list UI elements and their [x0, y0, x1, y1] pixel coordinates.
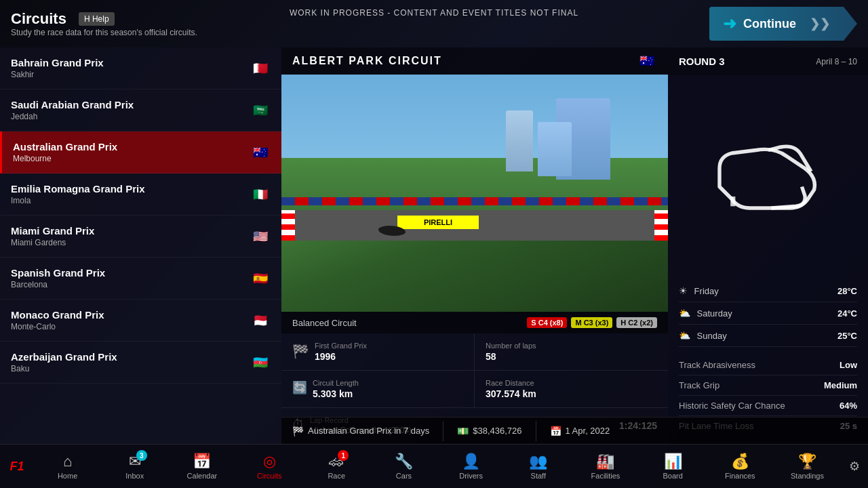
stat-race-distance: Race Distance 307.574 km: [475, 371, 668, 408]
race-name-azerbaijan: Azerbaijan Grand Prix: [11, 351, 117, 363]
race-item-monaco[interactable]: Monaco Grand Prix Monte-Carlo 🇲🇨: [0, 300, 281, 342]
saturday-temp: 24°C: [837, 308, 857, 319]
race-list-sidebar: Bahrain Grand Prix Sakhir 🇧🇭 Saudi Arabi…: [0, 47, 281, 444]
safety-car-label: Historic Safety Car Chance: [679, 401, 785, 411]
compound-medium: M C3 (x3): [571, 317, 612, 328]
nav-staff-label: Staff: [531, 472, 546, 480]
nav-finances-label: Finances: [725, 472, 755, 480]
race-name-bahrain: Bahrain Grand Prix: [11, 57, 104, 68]
status-event: 🏁 Australian Grand Prix in 7 days: [292, 426, 429, 436]
circuit-type: Balanced Circuit: [292, 318, 357, 328]
sunday-label: ⛅ Sunday: [679, 330, 727, 341]
race-item-emilia[interactable]: Emilia Romagna Grand Prix Imola 🇮🇹: [0, 174, 281, 216]
nav-board-label: Board: [663, 472, 682, 480]
pirelli-banner: PIRELLI: [397, 216, 479, 229]
nav-board[interactable]: 📊 Board: [639, 445, 707, 488]
continue-button[interactable]: ➜ Continue ❯❯: [709, 7, 857, 41]
nav-race[interactable]: 🏎 1 Race: [303, 445, 370, 488]
circuit-length-value: 5.303 km: [313, 388, 359, 399]
cars-icon: 🔧: [395, 453, 413, 470]
weather-list: ☀ Friday 28°C ⛅ Saturday 24°C ⛅ Sunday 2…: [668, 280, 868, 347]
track-map-container: [668, 75, 868, 280]
settings-button[interactable]: ⚙: [841, 459, 868, 474]
continue-label: Continue: [743, 17, 796, 31]
track-grip-value: Medium: [824, 380, 857, 390]
nav-standings[interactable]: 🏆 Standings: [774, 445, 841, 488]
circuits-icon: ◎: [263, 453, 276, 470]
status-date: 📅 1 Apr, 2022: [550, 426, 610, 436]
help-button[interactable]: H Help: [79, 12, 115, 26]
saturday-label: ⛅ Saturday: [679, 308, 732, 319]
nav-cars[interactable]: 🔧 Cars: [370, 445, 437, 488]
stat-first-gp: 🏁 First Grand Prix 1996: [281, 333, 475, 371]
race-name-spain: Spanish Grand Prix: [11, 267, 105, 279]
settings-gear-icon: ⚙: [849, 459, 860, 474]
race-badge: 1: [338, 450, 349, 461]
race-name-australia: Australian Grand Prix: [13, 141, 117, 152]
race-city-saudi: Jeddah: [11, 112, 134, 121]
building-2: [538, 122, 572, 176]
status-bar: 🏁 Australian Grand Prix in 7 days 💵 $38,…: [281, 417, 868, 444]
stat-circuit-length: 🔄 Circuit Length 5.303 km: [281, 371, 475, 408]
circuit-name: ALBERT PARK CIRCUIT: [292, 55, 442, 67]
f1-logo-text: F1: [9, 460, 24, 474]
weather-saturday: ⛅ Saturday 24°C: [679, 302, 857, 325]
race-city-miami: Miami Gardens: [11, 238, 94, 247]
round-info-panel: ROUND 3 April 8 – 10 ☀ Friday 28°C: [668, 47, 868, 444]
nav-drivers[interactable]: 👤 Drivers: [437, 445, 505, 488]
stat-num-laps: Number of laps 58: [475, 333, 668, 371]
sunday-weather-icon: ⛅: [679, 330, 690, 341]
first-gp-value: 1996: [315, 351, 367, 362]
race-item-text-azerbaijan: Azerbaijan Grand Prix Baku: [11, 351, 117, 373]
track-kerb-right: [654, 210, 668, 241]
home-icon: ⌂: [63, 453, 72, 470]
nav-calendar[interactable]: 📅 Calendar: [168, 445, 235, 488]
status-money: 💵 $38,436,726: [457, 426, 521, 436]
building-3: [506, 110, 533, 171]
status-money-text: $38,436,726: [473, 426, 521, 436]
race-city-emilia: Imola: [11, 196, 145, 205]
nav-finances[interactable]: 💰 Finances: [707, 445, 774, 488]
calendar-status-icon: 📅: [550, 426, 561, 436]
bottom-nav: F1 ⌂ Home ✉ 3 Inbox 📅 Calendar ◎ Circuit…: [0, 444, 868, 488]
drivers-icon: 👤: [462, 453, 480, 470]
friday-weather-icon: ☀: [679, 285, 688, 296]
race-item-azerbaijan[interactable]: Azerbaijan Grand Prix Baku 🇦🇿: [0, 342, 281, 384]
nav-inbox[interactable]: ✉ 3 Inbox: [101, 445, 168, 488]
nav-facilities[interactable]: 🏭 Facilities: [572, 445, 639, 488]
facilities-icon: 🏭: [596, 453, 614, 470]
nav-home[interactable]: ⌂ Home: [34, 445, 101, 488]
circuit-length-label: Circuit Length: [313, 379, 359, 387]
race-item-saudi[interactable]: Saudi Arabian Grand Prix Jeddah 🇸🇦: [0, 89, 281, 131]
circuit-length-icon: 🔄: [292, 380, 307, 395]
safety-car-row: Historic Safety Car Chance 64%: [679, 396, 857, 416]
nav-facilities-label: Facilities: [591, 472, 620, 480]
track-visual: PIRELLI: [281, 75, 668, 312]
nav-calendar-label: Calendar: [187, 472, 218, 480]
staff-icon: 👥: [529, 453, 547, 470]
race-name-miami: Miami Grand Prix: [11, 225, 94, 237]
race-item-text-australia: Australian Grand Prix Melbourne: [13, 141, 117, 163]
circuit-image: PIRELLI: [281, 75, 668, 312]
race-name-emilia: Emilia Romagna Grand Prix: [11, 183, 145, 195]
wip-banner: WORK IN PROGRESS - CONTENT AND EVENT TIT…: [290, 8, 578, 18]
race-item-bahrain[interactable]: Bahrain Grand Prix Sakhir 🇧🇭: [0, 47, 281, 89]
safety-car-value: 64%: [840, 401, 857, 411]
nav-circuits[interactable]: ◎ Circuits: [236, 445, 303, 488]
page-subtitle: Study the race data for this season's of…: [11, 28, 197, 37]
race-flag-australia: 🇦🇺: [250, 146, 271, 159]
race-item-spain[interactable]: Spanish Grand Prix Barcelona 🇪🇸: [0, 258, 281, 300]
race-item-australia[interactable]: Australian Grand Prix Melbourne 🇦🇺: [0, 131, 281, 174]
race-city-azerbaijan: Baku: [11, 364, 117, 373]
f1-logo: F1: [0, 460, 34, 474]
nav-staff[interactable]: 👥 Staff: [505, 445, 572, 488]
num-laps-label: Number of laps: [486, 342, 657, 350]
race-flag-monaco: 🇲🇨: [250, 314, 271, 327]
track-map-svg: [707, 137, 829, 218]
race-item-miami[interactable]: Miami Grand Prix Miami Gardens 🇺🇸: [0, 216, 281, 258]
first-gp-label: First Grand Prix: [315, 342, 367, 350]
num-laps-value: 58: [486, 351, 657, 362]
race-name-saudi: Saudi Arabian Grand Prix: [11, 99, 134, 110]
compound-bar: Balanced Circuit S C4 (x8) M C3 (x3) H C…: [281, 312, 668, 333]
track-abrasiveness-value: Low: [840, 360, 857, 370]
